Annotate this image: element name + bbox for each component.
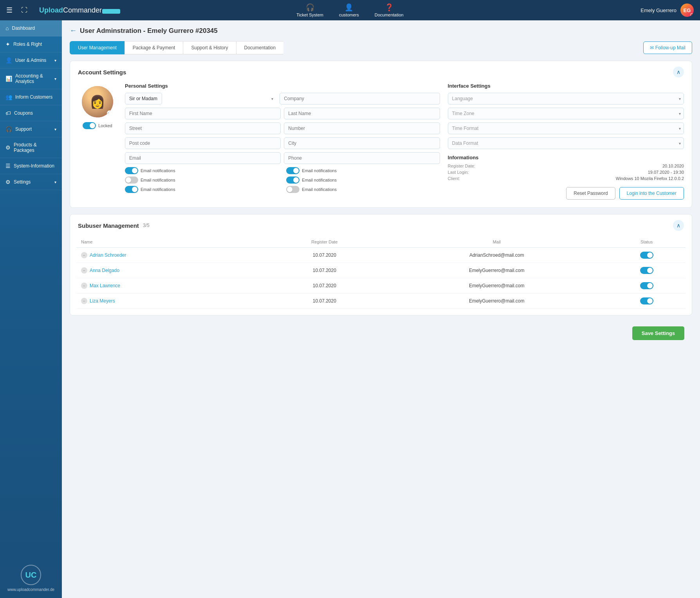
data-format-row: Data Format <box>448 137 684 149</box>
nav-ticket-system[interactable]: 🎧 Ticket System <box>296 3 323 17</box>
locked-label: Locked <box>98 123 112 128</box>
sidebar-label-coupons: Coupons <box>14 110 33 116</box>
logo-upload: Upload <box>39 6 63 14</box>
toggle-4[interactable] <box>286 177 299 184</box>
status-toggle-max[interactable] <box>640 282 653 289</box>
status-toggle-liza[interactable] <box>640 297 653 304</box>
time-format-select[interactable]: Time Format <box>448 122 684 134</box>
tab-user-management[interactable]: User Management <box>70 41 124 54</box>
sidebar-item-settings[interactable]: ⚙ Settings <box>0 174 62 190</box>
language-select[interactable]: Language <box>448 93 684 104</box>
remove-icon-liza[interactable]: − <box>81 298 87 304</box>
street-field[interactable] <box>125 122 281 134</box>
last-name-field[interactable] <box>284 108 440 119</box>
first-name-field[interactable] <box>125 108 281 119</box>
form-row-contact <box>125 152 440 164</box>
sidebar-logo: UC www.uploadcommander.de <box>0 558 62 598</box>
user-link-anna[interactable]: − Anna Delgado <box>81 267 259 274</box>
toggle-item-5: Email notifications <box>125 186 278 193</box>
cell-mail-adrian: AdrianSchroed@mail.com <box>386 248 608 263</box>
col-name: Name <box>76 236 263 248</box>
cell-status-anna <box>608 263 686 278</box>
city-field[interactable] <box>284 137 440 149</box>
cell-date-liza: 10.07.2020 <box>263 294 386 309</box>
info-row-last-login: Last Login: 19.07.2020 - 19:30 <box>448 170 684 175</box>
back-arrow[interactable]: ← <box>70 27 77 35</box>
user-avatar[interactable]: EG <box>680 4 694 17</box>
toggle-1[interactable] <box>125 167 138 174</box>
subuser-collapse-btn[interactable]: ∧ <box>673 220 684 231</box>
email-field[interactable] <box>125 152 281 164</box>
nav-documentation-label: Documentation <box>375 13 404 17</box>
coupons-icon: 🏷 <box>5 110 11 116</box>
remove-icon-max[interactable]: − <box>81 283 87 289</box>
informations-section: Informations Register Date: 20.10.2020 L… <box>448 155 684 181</box>
top-nav-center: 🎧 Ticket System 👤 customers ❓ Documentat… <box>296 3 403 17</box>
salutation-select[interactable]: Sir or Madam Sir Madam <box>125 93 162 104</box>
user-name: Emely Guerrero <box>640 7 677 13</box>
table-row: − Max Lawrence 10.07.2020 EmelyGuerrero@… <box>76 278 686 294</box>
sidebar-item-accounting[interactable]: 📊 Accounting & Analytics <box>0 68 62 89</box>
company-field[interactable] <box>280 93 440 104</box>
toggle-3[interactable] <box>125 177 138 184</box>
toggle-pair-3: Email notifications Email notifications <box>125 186 440 193</box>
user-link-max[interactable]: − Max Lawrence <box>81 283 259 289</box>
user-link-liza[interactable]: − Liza Meyers <box>81 298 259 304</box>
toggle-label-4: Email notifications <box>302 178 337 182</box>
locked-toggle[interactable] <box>83 122 96 129</box>
cell-name-max: − Max Lawrence <box>76 278 263 294</box>
tab-documentation[interactable]: Documentation <box>236 41 284 54</box>
expand-icon[interactable]: ⛶ <box>21 7 27 14</box>
settings-columns: Personal Settings Sir or Madam Sir Madam <box>125 83 684 200</box>
hamburger-icon[interactable]: ☰ <box>6 6 13 14</box>
followup-mail-button[interactable]: ✉ Follow-up Mail <box>643 41 692 54</box>
save-settings-button[interactable]: Save Settings <box>632 326 684 340</box>
reset-password-button[interactable]: Reset Password <box>566 187 615 200</box>
account-settings-collapse-btn[interactable]: ∧ <box>673 67 684 77</box>
user-link-adrian[interactable]: − Adrian Schroeder <box>81 252 259 258</box>
timezone-select[interactable]: Time Zone <box>448 108 684 119</box>
inform-icon: 👥 <box>5 94 12 100</box>
sidebar-item-roles-right[interactable]: ✦ Roles & Right <box>0 36 62 52</box>
personal-settings-title: Personal Settings <box>125 83 440 89</box>
account-settings-title: Account Settings <box>78 69 126 76</box>
toggle-item-6: Email notifications <box>286 186 440 193</box>
remove-icon-adrian[interactable]: − <box>81 252 87 258</box>
login-into-customer-button[interactable]: Login into the Customer <box>619 187 684 200</box>
subuser-management-card: Subuser Management 3/5 ∧ Name Register D… <box>70 214 692 315</box>
toggle-6[interactable] <box>286 186 299 193</box>
account-settings-card: Account Settings ∧ 👩 ✏ Locked <box>70 61 692 208</box>
toggle-5[interactable] <box>125 186 138 193</box>
sidebar-item-system-info[interactable]: ☰ System-Information <box>0 158 62 174</box>
toggle-2[interactable] <box>286 167 299 174</box>
postcode-field[interactable] <box>125 137 281 149</box>
phone-field[interactable] <box>284 152 440 164</box>
table-row: − Anna Delgado 10.07.2020 EmelyGuerrero@… <box>76 263 686 278</box>
sidebar-item-inform-customers[interactable]: 👥 Inform Customers <box>0 89 62 105</box>
toggle-label-6: Email notifications <box>302 187 337 192</box>
avatar-edit-icon[interactable]: ✏ <box>107 110 112 117</box>
avatar-column: 👩 ✏ Locked <box>78 83 117 200</box>
sidebar-item-support[interactable]: 🎧 Support <box>0 121 62 137</box>
nav-documentation[interactable]: ❓ Documentation <box>375 3 404 17</box>
number-field[interactable] <box>284 122 440 134</box>
toggle-item-2: Email notifications <box>286 167 440 174</box>
remove-icon-anna[interactable]: − <box>81 267 87 274</box>
sidebar-item-products[interactable]: ⚙ Products & Packages <box>0 137 62 158</box>
subuser-count: 3/5 <box>143 223 150 228</box>
system-icon: ☰ <box>5 163 11 169</box>
cell-date-adrian: 10.07.2020 <box>263 248 386 263</box>
nav-customers[interactable]: 👤 customers <box>339 3 359 17</box>
status-toggle-anna[interactable] <box>640 267 653 274</box>
tab-support-history[interactable]: Support & History <box>183 41 236 54</box>
sidebar-item-user-admins[interactable]: 👤 User & Admins <box>0 52 62 68</box>
tab-package-payment[interactable]: Package & Payment <box>124 41 183 54</box>
time-format-row: Time Format <box>448 122 684 134</box>
sidebar-item-dashboard[interactable]: ⌂ Dashboard <box>0 20 62 36</box>
sidebar-label-user-admins: User & Admins <box>15 58 46 63</box>
status-toggle-adrian[interactable] <box>640 252 653 259</box>
col-mail: Mail <box>386 236 608 248</box>
sidebar-item-coupons[interactable]: 🏷 Coupons <box>0 105 62 121</box>
main-content: ← User Adminstration - Emely Gurrero #20… <box>62 20 700 598</box>
data-format-select[interactable]: Data Format <box>448 137 684 149</box>
